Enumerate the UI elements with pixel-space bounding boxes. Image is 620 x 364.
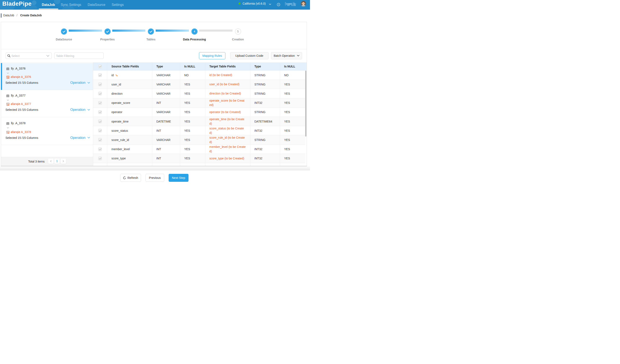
svg-text:?: ? <box>278 3 279 6</box>
